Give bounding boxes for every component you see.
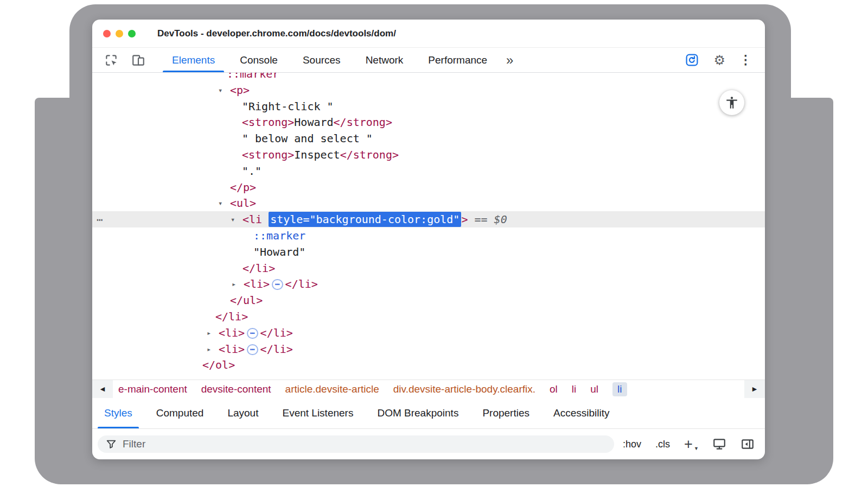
code-tag: <strong> [242, 116, 294, 129]
code-tag: </li> [215, 310, 248, 323]
code-pseudo: ::marker [253, 229, 305, 242]
traffic-light-minimize[interactable] [116, 30, 123, 37]
pane-tab-computed[interactable]: Computed [144, 398, 216, 428]
breadcrumb-item[interactable]: li [572, 383, 576, 395]
code-text: </ul> [230, 292, 263, 308]
breadcrumb-item[interactable]: devsite-content [201, 383, 271, 395]
collapse-arrow-icon[interactable]: ▾ [218, 82, 222, 98]
traffic-light-close[interactable] [103, 30, 111, 37]
toggle-hover-state-button[interactable]: :hov [623, 439, 641, 450]
tree-line[interactable]: ▾<ul> [92, 195, 765, 211]
tree-line[interactable]: " below and select " [92, 130, 765, 147]
tree-line[interactable]: "." [92, 163, 765, 179]
chevron-down-icon: ▼ [694, 446, 699, 451]
tree-line[interactable]: ▸<li>⋯</li> [92, 276, 765, 292]
accessibility-fab[interactable] [719, 90, 744, 115]
breadcrumb-scroll-left[interactable]: ◀ [92, 380, 113, 398]
code-text: </li> [215, 308, 248, 325]
pane-tab-layout[interactable]: Layout [215, 398, 270, 428]
devtools-toolbar: ElementsConsoleSourcesNetworkPerformance… [92, 48, 765, 73]
expand-ellipsis-icon[interactable]: ⋯ [247, 344, 258, 355]
pane-tab-event-listeners[interactable]: Event Listeners [270, 398, 365, 428]
tab-console[interactable]: Console [227, 48, 290, 72]
tree-line[interactable]: </li> [92, 260, 765, 276]
tree-line[interactable]: </p> [92, 179, 765, 195]
tree-line[interactable]: ▸<li>⋯</li> [92, 325, 765, 341]
tab-network[interactable]: Network [353, 48, 416, 72]
reload-required-icon[interactable] [685, 53, 699, 67]
accessibility-person-icon [725, 96, 739, 110]
inspect-element-icon[interactable] [104, 53, 118, 67]
code-text: ::marker [227, 73, 279, 82]
breadcrumb-item[interactable]: li [612, 382, 627, 396]
collapse-arrow-icon[interactable]: ▾ [218, 195, 222, 211]
pane-tab-dom-breakpoints[interactable]: DOM Breakpoints [365, 398, 470, 428]
breadcrumb-item[interactable]: div.devsite-article-body.clearfix. [393, 383, 535, 395]
expand-ellipsis-icon[interactable]: ⋯ [272, 279, 283, 290]
toggle-element-classes-button[interactable]: .cls [655, 439, 670, 450]
collapse-arrow-icon[interactable]: ▾ [231, 211, 235, 227]
filter-pill[interactable] [98, 435, 614, 453]
expand-arrow-icon[interactable]: ▸ [207, 341, 211, 357]
tree-line[interactable]: ▾<p> [92, 82, 765, 98]
expand-arrow-icon[interactable]: ▸ [207, 325, 211, 341]
code-tag: <p> [230, 84, 250, 97]
tree-line[interactable]: </ol> [92, 357, 765, 373]
tree-line[interactable]: <strong>Howard</strong> [92, 114, 765, 130]
code-tag: <li> [219, 343, 245, 356]
pane-tab-properties[interactable]: Properties [470, 398, 541, 428]
code-text: <li>⋯</li> [244, 276, 318, 292]
tree-line[interactable]: ⋯▾<li style="background-color:gold"> == … [92, 211, 765, 227]
breadcrumb-scroll-right[interactable]: ▶ [744, 380, 765, 398]
tab-sources[interactable]: Sources [290, 48, 353, 72]
code-tag: </li> [285, 277, 318, 290]
code-tag: </li> [260, 343, 293, 356]
tree-line[interactable]: ▸<li>⋯</li> [92, 341, 765, 357]
code-text: "Right-click " [242, 100, 334, 113]
code-text: "Howard" [253, 244, 305, 260]
code-tag: <li> [219, 326, 245, 339]
code-text: </p> [230, 179, 256, 195]
code-tag: </strong> [340, 148, 399, 161]
code-text: <ul> [230, 195, 256, 211]
tree-line[interactable]: </li> [92, 308, 765, 325]
pane-tab-styles[interactable]: Styles [92, 398, 144, 428]
tree-line[interactable]: </ul> [92, 292, 765, 308]
toggle-sidebar-icon[interactable] [741, 437, 755, 451]
rendering-emulations-icon[interactable] [712, 437, 726, 451]
tree-line[interactable]: "Right-click " [92, 98, 765, 115]
window-title: DevTools - developer.chrome.com/docs/dev… [157, 28, 396, 39]
tree-line[interactable]: "Howard" [92, 244, 765, 260]
code-tag: </strong> [334, 116, 392, 129]
styles-filter-input[interactable] [123, 438, 607, 450]
row-menu-icon[interactable]: ⋯ [97, 211, 103, 227]
code-text: "." [242, 163, 261, 179]
tree-line[interactable]: ::marker [92, 227, 765, 244]
expand-arrow-icon[interactable]: ▸ [232, 276, 236, 292]
traffic-light-zoom[interactable] [128, 30, 136, 37]
tree-line[interactable]: ::marker [92, 73, 765, 82]
breadcrumb-item[interactable]: article.devsite-article [285, 383, 379, 395]
toolbar-left-icons [92, 48, 154, 72]
code-tag: </li> [260, 326, 293, 339]
expand-ellipsis-icon[interactable]: ⋯ [247, 328, 258, 339]
code-tag: </p> [230, 181, 256, 194]
breadcrumb-item[interactable]: ol [550, 383, 558, 395]
code-text: "Right-click " [242, 98, 334, 115]
pane-tab-accessibility[interactable]: Accessibility [541, 398, 621, 428]
kebab-menu-icon[interactable]: ⋮ [739, 54, 752, 66]
more-tabs-icon[interactable]: » [500, 48, 519, 72]
breadcrumb-item[interactable]: e-main-content [118, 383, 187, 395]
code-tag: <li> [244, 277, 270, 290]
new-style-rule-button[interactable]: +▼ [684, 437, 698, 452]
tab-performance[interactable]: Performance [416, 48, 500, 72]
tab-elements[interactable]: Elements [159, 48, 227, 72]
code-text: </li> [242, 260, 275, 276]
breadcrumb-item[interactable]: ul [590, 383, 598, 395]
code-text: <li>⋯</li> [219, 325, 293, 341]
device-toolbar-icon[interactable] [131, 53, 145, 67]
settings-gear-icon[interactable]: ⚙ [713, 54, 725, 67]
tree-line[interactable]: <strong>Inspect</strong> [92, 147, 765, 163]
breadcrumb-bar: ◀ e-main-contentdevsite-contentarticle.d… [92, 380, 765, 398]
code-tag: ::marker [227, 73, 279, 80]
